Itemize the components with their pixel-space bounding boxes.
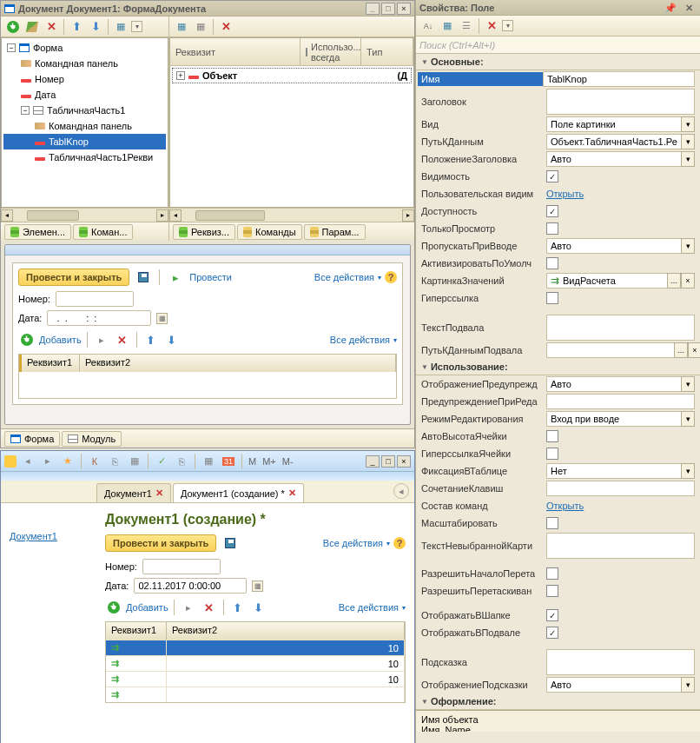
delete-attr-button[interactable]: ✕: [217, 18, 234, 36]
dropdown-button[interactable]: ▾: [681, 411, 695, 427]
minimize-button[interactable]: _: [366, 455, 380, 468]
post-close-button[interactable]: Провести и закрыть: [18, 269, 129, 286]
more-button[interactable]: …: [674, 342, 688, 358]
down-button[interactable]: ⬇: [163, 331, 181, 348]
prop-drag-check[interactable]: [546, 585, 558, 597]
prop-keys-input[interactable]: [546, 481, 695, 496]
prop-showhead-check[interactable]: ✓: [546, 609, 558, 621]
attr-object[interactable]: Объект: [202, 70, 237, 81]
tab-module[interactable]: Модуль: [62, 431, 122, 447]
col-requisite[interactable]: Реквизит: [170, 38, 300, 65]
close-tab-icon[interactable]: ✕: [155, 488, 163, 499]
prop-warnview-input[interactable]: [546, 376, 681, 392]
help-button[interactable]: ?: [393, 537, 406, 549]
maximize-button[interactable]: □: [381, 3, 395, 15]
tool1[interactable]: ✓: [153, 453, 170, 470]
tree-collapse-icon[interactable]: −: [7, 43, 16, 52]
delete-button[interactable]: ✕: [43, 18, 60, 36]
attr-btn2[interactable]: ▦: [192, 18, 209, 36]
cell-value[interactable]: 10: [167, 672, 405, 687]
close-button[interactable]: ✕: [682, 0, 697, 16]
table-row[interactable]: ⇉10: [106, 640, 405, 655]
dropdown-button[interactable]: ▾: [681, 677, 695, 693]
prop-readonly-check[interactable]: [546, 222, 558, 235]
prop-warnedit-input[interactable]: [546, 394, 695, 409]
move-down-button[interactable]: ⬇: [87, 18, 104, 36]
save-button[interactable]: [221, 534, 239, 552]
tool2[interactable]: ⎘: [173, 453, 190, 470]
all-actions-link[interactable]: Все действия: [314, 272, 374, 282]
add-button[interactable]: [4, 18, 22, 36]
cat-button[interactable]: ▦: [439, 17, 456, 35]
close-button[interactable]: ×: [397, 3, 411, 15]
prop-titlepos-input[interactable]: [546, 151, 681, 167]
col-header[interactable]: Реквизит2: [80, 355, 396, 372]
tab-commands2[interactable]: Команды: [237, 224, 302, 240]
pin-button[interactable]: 📌: [661, 0, 680, 16]
nav-fwd[interactable]: ▸: [39, 453, 56, 470]
tree-item[interactable]: Командная панель: [35, 58, 118, 69]
up-button[interactable]: ⬆: [142, 331, 160, 348]
add-link[interactable]: Добавить: [39, 335, 82, 345]
tab-form[interactable]: Форма: [4, 431, 60, 447]
down-button[interactable]: ⬇: [250, 599, 267, 616]
scrollbar[interactable]: ◂▸: [169, 208, 414, 222]
nav-back[interactable]: ◂: [19, 453, 36, 470]
prop-picvals-input[interactable]: ⇉ВидРасчета: [546, 273, 667, 289]
tab-requisites[interactable]: Реквиз...: [173, 224, 235, 240]
dropdown-button[interactable]: ▾: [681, 238, 695, 254]
tab-elements[interactable]: Элемен...: [4, 224, 71, 240]
prop-name-input[interactable]: [543, 71, 695, 87]
calendar-button[interactable]: ▦: [200, 453, 217, 470]
date-button[interactable]: 31: [220, 453, 237, 470]
prop-cellhyper-check[interactable]: [546, 448, 558, 460]
prop-avail-check[interactable]: ✓: [546, 205, 558, 217]
cell-value[interactable]: 10: [167, 656, 405, 671]
section-main[interactable]: Основные:: [416, 54, 700, 70]
table-row[interactable]: ⇉: [106, 687, 405, 702]
all-actions-link[interactable]: Все действия: [339, 602, 399, 613]
add-row-button[interactable]: [105, 599, 122, 616]
prop-activdef-check[interactable]: [546, 257, 558, 269]
preview-grid[interactable]: Реквизит1 Реквизит2: [18, 354, 397, 399]
date-picker-button[interactable]: ▦: [156, 313, 168, 324]
clear-button[interactable]: ✕: [483, 17, 500, 35]
maximize-button[interactable]: □: [381, 455, 395, 468]
prop-autoheight-check[interactable]: [546, 430, 558, 442]
tree-item[interactable]: Дата: [35, 90, 56, 100]
prop-cmdset-link[interactable]: Открыть: [546, 501, 584, 511]
post-close-button[interactable]: Провести и закрыть: [105, 534, 216, 552]
copy-button[interactable]: ⎘: [106, 453, 123, 470]
up-button[interactable]: ⬆: [229, 599, 247, 616]
col-header[interactable]: Реквизит2: [167, 622, 405, 640]
runtime-grid[interactable]: Реквизит1 Реквизит2 ⇉10 ⇉10 ⇉10 ⇉: [105, 621, 406, 703]
number-input[interactable]: [56, 291, 134, 307]
del-button[interactable]: ✕: [114, 331, 131, 348]
tree-root[interactable]: Форма: [33, 43, 63, 53]
list-button[interactable]: ☰: [458, 17, 475, 35]
clear-button[interactable]: ×: [688, 342, 700, 358]
tree-item[interactable]: ТабличнаяЧасть1Рекви: [49, 152, 153, 163]
prop-footer-input[interactable]: [546, 315, 695, 341]
add-link[interactable]: Добавить: [126, 602, 168, 613]
help-button[interactable]: ?: [385, 271, 397, 283]
number-input[interactable]: [142, 559, 221, 574]
all-actions-link[interactable]: Все действия: [323, 538, 383, 548]
prop-dragbegin-check[interactable]: [546, 567, 558, 580]
post-button-icon[interactable]: ▸: [167, 269, 184, 286]
date-input[interactable]: [47, 310, 151, 326]
m-button[interactable]: M: [247, 456, 258, 467]
props-button[interactable]: ▦: [112, 18, 129, 36]
more-button[interactable]: …: [667, 273, 681, 289]
post-button[interactable]: Провести: [189, 272, 232, 282]
mplus-button[interactable]: M+: [261, 456, 278, 467]
prop-hyper-check[interactable]: [546, 292, 558, 304]
add-row-button[interactable]: [18, 331, 36, 348]
prop-tipview-input[interactable]: [546, 677, 681, 693]
table-row[interactable]: ⇉10: [106, 671, 405, 687]
move-up-button[interactable]: ⬆: [68, 18, 85, 36]
add-attr-button[interactable]: ▦: [173, 18, 190, 36]
props-search[interactable]: Поиск (Ctrl+Alt+I): [416, 36, 700, 54]
prop-skip-input[interactable]: [546, 238, 681, 254]
nav-doc-link[interactable]: Документ1: [10, 531, 57, 541]
